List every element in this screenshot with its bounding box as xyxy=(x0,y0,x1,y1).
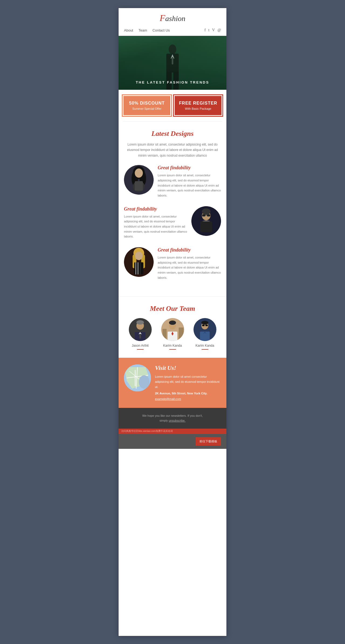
bottom-bar: 前往下载模板 xyxy=(119,434,226,449)
feature-content-1: Great findability Lorem ipsum dolor sit … xyxy=(158,165,221,198)
promo-section: 50% DISCOUNT Summer Special Offer FREE R… xyxy=(119,90,226,121)
register-main-text: FREE REGISTER xyxy=(178,101,218,106)
header: Fashion xyxy=(119,8,226,25)
team-member-3: Karim Kanda xyxy=(189,318,221,350)
logo-rest: ashion xyxy=(165,14,185,23)
map-circle xyxy=(124,364,151,391)
svg-point-10 xyxy=(135,168,143,178)
latest-designs-section: Latest Designs Lorem ipsum dolor sit ame… xyxy=(119,122,226,296)
download-button[interactable]: 前往下载模板 xyxy=(196,437,221,446)
feature-title-3: Great findability xyxy=(158,247,221,253)
person-circle-2 xyxy=(191,206,221,236)
svg-rect-48 xyxy=(200,332,210,341)
map-svg xyxy=(124,364,151,391)
nav-links: About Team Contact Us xyxy=(124,28,170,32)
team-member-1: Jason Arthit xyxy=(124,318,156,350)
register-button[interactable]: FREE REGISTER With Basic Package xyxy=(174,95,222,116)
svg-rect-20 xyxy=(200,221,212,232)
svg-point-40 xyxy=(169,321,176,325)
social-icons: f t V @ xyxy=(204,28,221,32)
discount-main-text: 50% DISCOUNT xyxy=(127,101,167,106)
email-container: Fashion About Team Contact Us f t V @ xyxy=(119,8,226,636)
feature-item-2: Great findability Lorem ipsum dolor sit … xyxy=(124,206,221,239)
feature-text-2: Lorem ipsum dolor sit amet, consectetur … xyxy=(124,214,187,239)
visit-address: 2K Avenue, 5th Street, New York City. xyxy=(155,392,221,395)
team-section: Meet Our Team xyxy=(119,296,226,358)
feature-img-2 xyxy=(191,206,221,236)
feature-text-1: Lorem ipsum dolor sit amet, consectetur … xyxy=(158,173,221,198)
svg-rect-5 xyxy=(172,57,173,64)
team-person-svg-1 xyxy=(129,318,152,341)
team-member-divider-3 xyxy=(202,349,208,350)
visit-section: Visit Us! Lorem ipsum dolor sit amet con… xyxy=(119,358,226,408)
watermark-text: 访问凤凰号社区bbs.xieniao.com免费不花买名词 xyxy=(121,429,173,433)
svg-point-0 xyxy=(169,44,176,54)
person-svg-2 xyxy=(191,206,221,236)
register-sub-text: With Basic Package xyxy=(178,107,218,110)
discount-sub-text: Summer Special Offer xyxy=(127,107,167,110)
vk-icon[interactable]: V xyxy=(212,28,215,32)
team-avatar-3 xyxy=(194,318,216,341)
feature-item-1: Great findability Lorem ipsum dolor sit … xyxy=(124,165,221,198)
team-avatar-2 xyxy=(161,318,184,341)
feature-title-1: Great findability xyxy=(158,165,221,171)
feature-content-2: Great findability Lorem ipsum dolor sit … xyxy=(124,206,187,239)
svg-point-45 xyxy=(201,321,208,325)
footer-text2: simply xyxy=(160,419,168,422)
footer-text: We hope you like our newsletters. If you… xyxy=(124,413,221,423)
svg-rect-12 xyxy=(135,181,143,191)
person-svg-1 xyxy=(124,165,154,195)
feature-title-2: Great findability xyxy=(124,206,187,212)
team-member-name-1: Jason Arthit xyxy=(124,344,156,347)
team-title: Meet Our Team xyxy=(124,305,221,313)
feature-img-1 xyxy=(124,165,154,195)
team-member-name-2: Karim Kanda xyxy=(156,344,189,347)
svg-rect-46 xyxy=(202,325,205,326)
feature-content-3: Great findability Lorem ipsum dolor sit … xyxy=(158,247,221,280)
team-person-svg-2 xyxy=(161,318,184,341)
feature-img-3 xyxy=(124,247,154,277)
nav-team[interactable]: Team xyxy=(139,28,147,32)
navigation: About Team Contact Us f t V @ xyxy=(119,25,226,36)
svg-rect-38 xyxy=(179,328,184,341)
facebook-icon[interactable]: f xyxy=(204,28,206,32)
person-circle-3 xyxy=(124,247,154,277)
footer-unsubscribe-link[interactable]: unsubscribe. xyxy=(169,419,185,422)
visit-description: Lorem ipsum dolor sit amet consectetur a… xyxy=(155,374,221,389)
hero-banner: THE LATEST FASHION TRENDS xyxy=(119,36,226,90)
watermark-bar: 访问凤凰号社区bbs.xieniao.com免费不花买名词 xyxy=(119,429,226,434)
nav-about[interactable]: About xyxy=(124,28,133,32)
svg-rect-47 xyxy=(205,325,208,326)
team-avatar-1 xyxy=(129,318,152,341)
team-member-name-3: Karim Kanda xyxy=(189,344,221,347)
latest-designs-description: Lorem ipsum dolor sit amet, consectetur … xyxy=(124,142,221,158)
discount-button[interactable]: 50% DISCOUNT Summer Special Offer xyxy=(123,95,171,116)
twitter-icon[interactable]: t xyxy=(208,28,209,32)
latest-designs-title: Latest Designs xyxy=(124,130,221,138)
instagram-icon[interactable]: @ xyxy=(218,28,221,32)
svg-point-25 xyxy=(135,252,143,260)
team-member-divider-2 xyxy=(169,349,176,350)
svg-point-32 xyxy=(136,320,144,325)
person-svg-3 xyxy=(124,247,154,277)
team-members-list: Jason Arthit xyxy=(124,318,221,350)
svg-point-18 xyxy=(202,208,211,215)
feature-item-3: Great findability Lorem ipsum dolor sit … xyxy=(124,247,221,280)
footer: We hope you like our newsletters. If you… xyxy=(119,408,226,429)
footer-main-text: We hope you like our newsletters. If you… xyxy=(142,414,203,417)
svg-point-55 xyxy=(139,375,150,389)
hero-headline: THE LATEST FASHION TRENDS xyxy=(136,80,209,84)
feature-text-3: Lorem ipsum dolor sit amet, consectetur … xyxy=(158,255,221,280)
visit-title: Visit Us! xyxy=(155,364,221,371)
svg-rect-37 xyxy=(163,329,167,341)
team-member-2: Karim Kanda xyxy=(156,318,189,350)
logo: Fashion xyxy=(124,13,221,23)
map-background xyxy=(124,364,151,391)
svg-rect-35 xyxy=(139,334,141,339)
person-circle-1 xyxy=(124,165,154,195)
visit-email[interactable]: example@mail.com xyxy=(155,397,181,401)
team-member-divider-1 xyxy=(137,349,144,350)
team-person-svg-3 xyxy=(194,318,216,341)
visit-content: Visit Us! Lorem ipsum dolor sit amet con… xyxy=(155,364,221,401)
nav-contact[interactable]: Contact Us xyxy=(153,28,170,32)
